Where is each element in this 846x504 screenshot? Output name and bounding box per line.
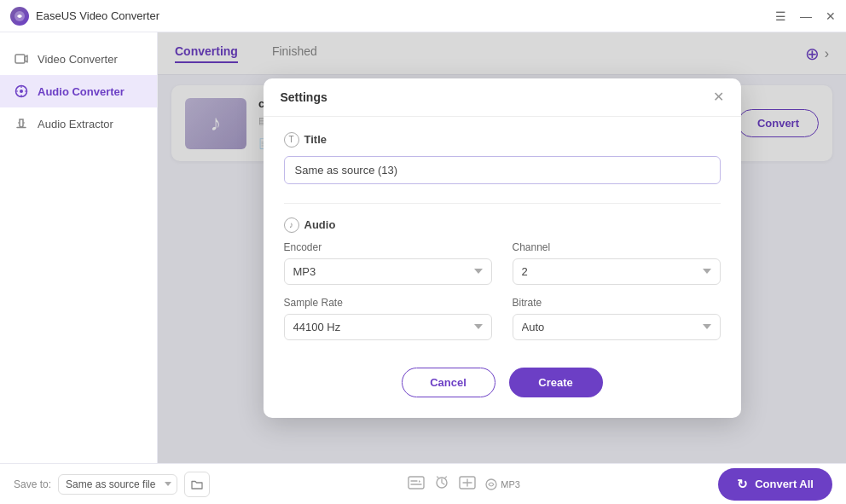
trim-tool-icon[interactable] [459,476,476,492]
svg-rect-4 [409,477,424,489]
dialog-body: T Title ♪ Audio Encoder MP3 [264,117,741,361]
audio-converter-icon [14,84,29,99]
dialog-title: Settings [281,90,327,104]
save-to-label: Save to: [14,478,51,490]
sample-rate-group: Sample Rate 8000 Hz 11025 Hz 22050 Hz 44… [284,297,492,340]
settings-dialog: Settings ✕ T Title ♪ Audio [264,78,741,418]
audio-form-grid: Encoder MP3 AAC OGG FLAC Channel 1 [284,241,721,340]
main-layout: Video Converter Audio Converter Audio [0,32,846,463]
bitrate-group: Bitrate Auto 64 kbps 128 kbps 192 kbps 2… [513,297,721,340]
encoder-label: Encoder [284,241,492,253]
svg-point-7 [486,479,496,490]
app-logo [10,7,29,26]
channel-label: Channel [513,241,721,253]
audio-section-header: ♪ Audio [284,217,721,233]
open-folder-button[interactable] [184,472,210,497]
svg-rect-1 [15,55,25,63]
title-section-header: T Title [284,132,721,148]
sidebar-item-label: Audio Converter [38,85,125,98]
title-bar-left: EaseUS Video Converter [10,7,159,26]
encoder-select[interactable]: MP3 AAC OGG FLAC [284,258,492,285]
title-section-icon: T [284,132,299,148]
sample-rate-select[interactable]: 8000 Hz 11025 Hz 22050 Hz 44100 Hz 48000… [284,314,492,340]
audio-extractor-icon [14,116,29,131]
title-section-label: Title [304,133,327,146]
format-tool[interactable]: MP3 [484,478,520,491]
title-input[interactable] [284,156,721,184]
save-to-section: Save to: Same as source file Custom fold… [14,472,210,497]
effects-tool-icon[interactable] [433,476,450,492]
format-label: MP3 [501,479,520,490]
title-bar-controls: ☰ — ✕ [775,9,836,23]
subtitle-tool-icon[interactable] [408,476,425,492]
sidebar-item-label: Audio Extractor [38,118,113,130]
menu-icon[interactable]: ☰ [775,9,786,23]
channel-select[interactable]: 1 2 6 [513,258,721,285]
bitrate-label: Bitrate [513,297,721,309]
channel-group: Channel 1 2 6 [513,241,721,285]
video-converter-icon [14,51,29,67]
cancel-button[interactable]: Cancel [402,368,495,397]
audio-section-icon: ♪ [284,217,299,233]
sidebar-item-label: Video Converter [38,53,118,66]
bitrate-select[interactable]: Auto 64 kbps 128 kbps 192 kbps 256 kbps … [513,314,721,340]
dialog-header: Settings ✕ [264,78,741,117]
bottom-tools: MP3 [408,476,520,492]
svg-point-3 [20,90,23,93]
close-icon[interactable]: ✕ [826,9,836,23]
content-area: Converting Finished ⊕ › ♪ cymophane - ta… [158,32,846,463]
dialog-close-button[interactable]: ✕ [713,90,724,104]
convert-all-icon: ↻ [737,477,748,492]
app-name: EaseUS Video Converter [36,9,159,22]
sidebar-item-video-converter[interactable]: Video Converter [0,43,157,75]
audio-section-divider [284,203,721,204]
create-button[interactable]: Create [509,368,603,397]
dialog-overlay: Settings ✕ T Title ♪ Audio [158,32,846,463]
title-bar: EaseUS Video Converter ☰ — ✕ [0,0,846,32]
bottom-bar: Save to: Same as source file Custom fold… [0,463,846,504]
sidebar-item-audio-extractor[interactable]: Audio Extractor [0,107,157,140]
save-path-select[interactable]: Same as source file Custom folder [58,474,177,495]
sidebar: Video Converter Audio Converter Audio [0,32,158,463]
minimize-icon[interactable]: — [800,9,812,23]
audio-section-label: Audio [304,218,336,231]
convert-all-button[interactable]: ↻ Convert All [718,468,832,501]
encoder-group: Encoder MP3 AAC OGG FLAC [284,241,492,285]
convert-all-label: Convert All [755,478,814,490]
sample-rate-label: Sample Rate [284,297,492,309]
dialog-footer: Cancel Create [264,361,741,418]
sidebar-item-audio-converter[interactable]: Audio Converter [0,75,157,107]
